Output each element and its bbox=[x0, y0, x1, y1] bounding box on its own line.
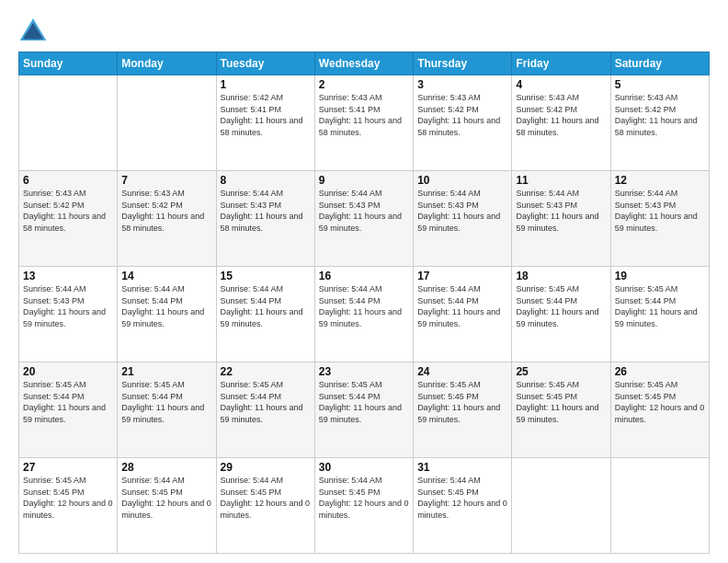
cell-info: Sunrise: 5:43 AMSunset: 5:41 PMDaylight:… bbox=[319, 93, 402, 137]
cell-day-number: 10 bbox=[417, 174, 507, 187]
calendar-cell: 17 Sunrise: 5:44 AMSunset: 5:44 PMDaylig… bbox=[414, 267, 512, 362]
cell-info: Sunrise: 5:43 AMSunset: 5:42 PMDaylight:… bbox=[417, 93, 500, 137]
cell-info: Sunrise: 5:44 AMSunset: 5:43 PMDaylight:… bbox=[516, 189, 598, 233]
day-header-thursday: Thursday bbox=[414, 52, 512, 75]
cell-info: Sunrise: 5:45 AMSunset: 5:44 PMDaylight:… bbox=[319, 380, 402, 424]
cell-day-number: 16 bbox=[319, 270, 409, 282]
calendar-cell: 24 Sunrise: 5:45 AMSunset: 5:45 PMDaylig… bbox=[414, 362, 512, 458]
cell-info: Sunrise: 5:45 AMSunset: 5:44 PMDaylight:… bbox=[221, 380, 303, 424]
calendar-cell: 1 Sunrise: 5:42 AMSunset: 5:41 PMDayligh… bbox=[216, 75, 314, 171]
cell-info: Sunrise: 5:42 AMSunset: 5:41 PMDaylight:… bbox=[221, 93, 303, 137]
day-header-saturday: Saturday bbox=[610, 52, 709, 75]
cell-day-number: 20 bbox=[23, 365, 113, 378]
cell-day-number: 25 bbox=[516, 365, 606, 378]
cell-info: Sunrise: 5:45 AMSunset: 5:44 PMDaylight:… bbox=[516, 284, 598, 328]
calendar-cell: 31 Sunrise: 5:44 AMSunset: 5:45 PMDaylig… bbox=[414, 458, 512, 554]
calendar-cell: 13 Sunrise: 5:44 AMSunset: 5:43 PMDaylig… bbox=[19, 267, 118, 362]
cell-day-number: 7 bbox=[121, 174, 211, 187]
cell-day-number: 30 bbox=[319, 461, 409, 474]
calendar-cell: 19 Sunrise: 5:45 AMSunset: 5:44 PMDaylig… bbox=[610, 267, 709, 362]
cell-day-number: 14 bbox=[121, 270, 211, 282]
calendar-cell: 5 Sunrise: 5:43 AMSunset: 5:42 PMDayligh… bbox=[610, 75, 709, 171]
day-header-friday: Friday bbox=[512, 52, 610, 75]
calendar-cell: 21 Sunrise: 5:45 AMSunset: 5:44 PMDaylig… bbox=[118, 362, 216, 458]
cell-day-number: 1 bbox=[221, 78, 311, 91]
cell-day-number: 27 bbox=[23, 461, 113, 474]
day-header-sunday: Sunday bbox=[19, 52, 118, 75]
calendar-cell: 30 Sunrise: 5:44 AMSunset: 5:45 PMDaylig… bbox=[314, 458, 413, 554]
calendar-cell: 27 Sunrise: 5:45 AMSunset: 5:45 PMDaylig… bbox=[19, 458, 118, 554]
calendar-cell: 20 Sunrise: 5:45 AMSunset: 5:44 PMDaylig… bbox=[19, 362, 118, 458]
cell-info: Sunrise: 5:44 AMSunset: 5:45 PMDaylight:… bbox=[319, 476, 409, 520]
cell-info: Sunrise: 5:44 AMSunset: 5:45 PMDaylight:… bbox=[221, 476, 311, 520]
cell-info: Sunrise: 5:44 AMSunset: 5:43 PMDaylight:… bbox=[221, 189, 303, 233]
cell-day-number: 5 bbox=[615, 78, 705, 91]
calendar-week-2: 6 Sunrise: 5:43 AMSunset: 5:42 PMDayligh… bbox=[19, 171, 710, 267]
calendar-cell: 18 Sunrise: 5:45 AMSunset: 5:44 PMDaylig… bbox=[512, 267, 610, 362]
cell-day-number: 13 bbox=[23, 270, 113, 282]
cell-day-number: 19 bbox=[615, 270, 705, 282]
logo bbox=[18, 17, 51, 42]
calendar-cell: 11 Sunrise: 5:44 AMSunset: 5:43 PMDaylig… bbox=[512, 171, 610, 267]
day-header-wednesday: Wednesday bbox=[314, 52, 413, 75]
cell-info: Sunrise: 5:45 AMSunset: 5:44 PMDaylight:… bbox=[121, 380, 204, 424]
cell-info: Sunrise: 5:45 AMSunset: 5:44 PMDaylight:… bbox=[615, 284, 698, 328]
calendar-cell: 3 Sunrise: 5:43 AMSunset: 5:42 PMDayligh… bbox=[414, 75, 512, 171]
calendar-week-1: 1 Sunrise: 5:42 AMSunset: 5:41 PMDayligh… bbox=[19, 75, 710, 171]
day-header-monday: Monday bbox=[118, 52, 216, 75]
cell-info: Sunrise: 5:44 AMSunset: 5:43 PMDaylight:… bbox=[417, 189, 500, 233]
cell-info: Sunrise: 5:43 AMSunset: 5:42 PMDaylight:… bbox=[516, 93, 598, 137]
page: SundayMondayTuesdayWednesdayThursdayFrid… bbox=[0, 0, 728, 563]
cell-day-number: 6 bbox=[23, 174, 113, 187]
calendar-cell bbox=[610, 458, 709, 554]
calendar-cell: 7 Sunrise: 5:43 AMSunset: 5:42 PMDayligh… bbox=[118, 171, 216, 267]
calendar-week-3: 13 Sunrise: 5:44 AMSunset: 5:43 PMDaylig… bbox=[19, 267, 710, 362]
cell-day-number: 11 bbox=[516, 174, 606, 187]
cell-info: Sunrise: 5:45 AMSunset: 5:45 PMDaylight:… bbox=[417, 380, 500, 424]
calendar-table: SundayMondayTuesdayWednesdayThursdayFrid… bbox=[18, 52, 710, 554]
cell-info: Sunrise: 5:44 AMSunset: 5:44 PMDaylight:… bbox=[121, 284, 204, 328]
calendar-cell: 15 Sunrise: 5:44 AMSunset: 5:44 PMDaylig… bbox=[216, 267, 314, 362]
calendar-cell: 23 Sunrise: 5:45 AMSunset: 5:44 PMDaylig… bbox=[314, 362, 413, 458]
calendar-week-4: 20 Sunrise: 5:45 AMSunset: 5:44 PMDaylig… bbox=[19, 362, 710, 458]
cell-day-number: 28 bbox=[121, 461, 211, 474]
cell-day-number: 17 bbox=[417, 270, 507, 282]
cell-info: Sunrise: 5:45 AMSunset: 5:44 PMDaylight:… bbox=[23, 380, 106, 424]
cell-day-number: 26 bbox=[615, 365, 705, 378]
calendar-cell: 9 Sunrise: 5:44 AMSunset: 5:43 PMDayligh… bbox=[314, 171, 413, 267]
cell-info: Sunrise: 5:44 AMSunset: 5:45 PMDaylight:… bbox=[121, 476, 211, 520]
cell-info: Sunrise: 5:44 AMSunset: 5:45 PMDaylight:… bbox=[417, 476, 507, 520]
cell-day-number: 18 bbox=[516, 270, 606, 282]
calendar-cell: 22 Sunrise: 5:45 AMSunset: 5:44 PMDaylig… bbox=[216, 362, 314, 458]
cell-day-number: 12 bbox=[615, 174, 705, 187]
calendar-cell: 16 Sunrise: 5:44 AMSunset: 5:44 PMDaylig… bbox=[314, 267, 413, 362]
cell-info: Sunrise: 5:43 AMSunset: 5:42 PMDaylight:… bbox=[615, 93, 698, 137]
cell-day-number: 21 bbox=[121, 365, 211, 378]
day-header-tuesday: Tuesday bbox=[216, 52, 314, 75]
cell-day-number: 8 bbox=[221, 174, 311, 187]
cell-info: Sunrise: 5:44 AMSunset: 5:44 PMDaylight:… bbox=[221, 284, 303, 328]
cell-info: Sunrise: 5:45 AMSunset: 5:45 PMDaylight:… bbox=[615, 380, 705, 424]
calendar-header-row: SundayMondayTuesdayWednesdayThursdayFrid… bbox=[19, 52, 710, 75]
cell-day-number: 4 bbox=[516, 78, 606, 91]
cell-info: Sunrise: 5:44 AMSunset: 5:43 PMDaylight:… bbox=[23, 284, 106, 328]
cell-info: Sunrise: 5:45 AMSunset: 5:45 PMDaylight:… bbox=[516, 380, 598, 424]
calendar-cell: 29 Sunrise: 5:44 AMSunset: 5:45 PMDaylig… bbox=[216, 458, 314, 554]
cell-info: Sunrise: 5:45 AMSunset: 5:45 PMDaylight:… bbox=[23, 476, 113, 520]
cell-day-number: 29 bbox=[221, 461, 311, 474]
calendar-cell: 2 Sunrise: 5:43 AMSunset: 5:41 PMDayligh… bbox=[314, 75, 413, 171]
cell-info: Sunrise: 5:43 AMSunset: 5:42 PMDaylight:… bbox=[23, 189, 106, 233]
cell-day-number: 3 bbox=[417, 78, 507, 91]
cell-day-number: 15 bbox=[221, 270, 311, 282]
logo-icon bbox=[18, 17, 48, 42]
cell-info: Sunrise: 5:44 AMSunset: 5:44 PMDaylight:… bbox=[417, 284, 500, 328]
cell-day-number: 31 bbox=[417, 461, 507, 474]
header bbox=[18, 17, 710, 42]
calendar-week-5: 27 Sunrise: 5:45 AMSunset: 5:45 PMDaylig… bbox=[19, 458, 710, 554]
cell-day-number: 23 bbox=[319, 365, 409, 378]
calendar-cell: 14 Sunrise: 5:44 AMSunset: 5:44 PMDaylig… bbox=[118, 267, 216, 362]
calendar-cell: 4 Sunrise: 5:43 AMSunset: 5:42 PMDayligh… bbox=[512, 75, 610, 171]
calendar-cell: 25 Sunrise: 5:45 AMSunset: 5:45 PMDaylig… bbox=[512, 362, 610, 458]
calendar-cell: 6 Sunrise: 5:43 AMSunset: 5:42 PMDayligh… bbox=[19, 171, 118, 267]
calendar-cell: 12 Sunrise: 5:44 AMSunset: 5:43 PMDaylig… bbox=[610, 171, 709, 267]
